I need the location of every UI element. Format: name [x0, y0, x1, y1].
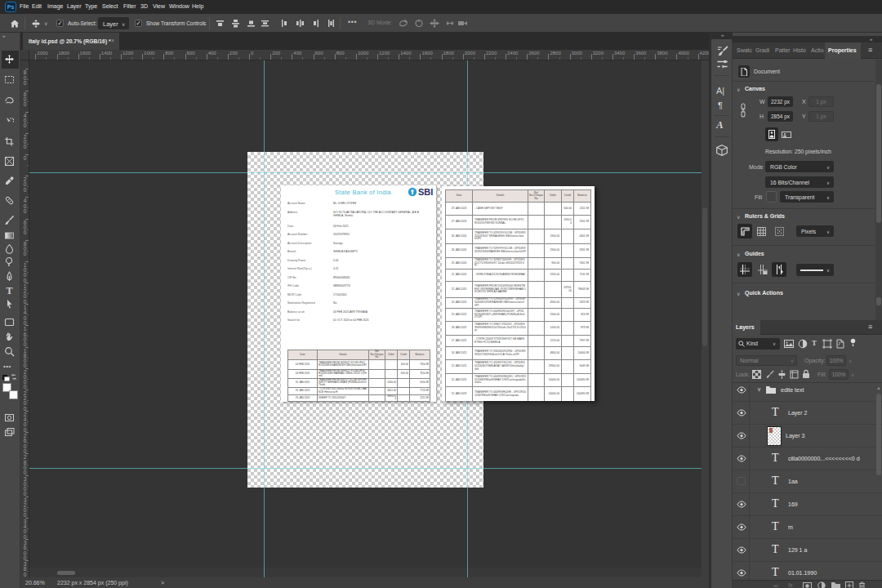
svg-text:SBI: SBI: [418, 187, 433, 197]
svg-text:T: T: [6, 285, 12, 296]
